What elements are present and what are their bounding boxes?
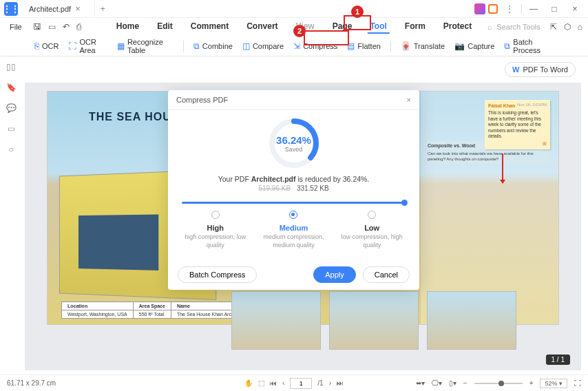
cancel-button[interactable]: Cancel [363,266,410,283]
dialog-title: Compress PDF [176,96,228,104]
next-page-icon[interactable]: › [329,379,331,387]
document-heading: THE SEA HOUS [89,111,179,123]
close-tab-icon[interactable]: × [75,3,81,14]
page-number-input[interactable] [290,378,312,389]
attachments-icon[interactable]: ▭ [8,124,15,134]
ai-badge-icon[interactable] [474,3,485,14]
radio-high[interactable] [211,211,220,219]
more-icon[interactable]: ⋮ [501,2,518,16]
zoom-value[interactable]: 52% ▾ [540,379,567,388]
callout-box-2 [304,30,349,45]
combine-icon: ⧉ [193,41,200,51]
combine-button[interactable]: ⧉Combine [193,41,233,51]
thumbnails-icon[interactable]: ▯▯ [6,62,16,72]
layout-icon[interactable]: ▯▾ [449,379,456,387]
gauge-label: Saved [285,146,303,153]
pdf-to-word-button[interactable]: W PDF To Word [505,62,576,77]
menu-protect[interactable]: Protect [441,20,474,34]
menu-form[interactable]: Form [402,20,428,34]
compress-icon: ⇲ [293,41,300,51]
thumbnail[interactable] [329,291,419,350]
side-rail: ▯▯ 🔖 💬 ▭ ○ [0,56,22,154]
last-page-icon[interactable]: ⏭ [337,379,344,387]
batch-process-button[interactable]: ⧉Batch Process [504,38,554,54]
compress-dialog: Compress PDF × 36.24% Saved Your PDF Arc… [168,90,419,290]
size-comparison: 519.96 KB 331.52 KB [168,184,419,192]
minimize-icon[interactable]: — [525,2,543,16]
ocr-button[interactable]: ⎘OCR [34,41,59,51]
quality-high[interactable]: High high compression, low quality [177,211,255,249]
print-icon[interactable]: ⎙ [76,22,81,32]
apply-button[interactable]: Apply [313,266,356,283]
menu-edit[interactable]: Edit [154,20,176,34]
comments-icon[interactable]: 💬 [6,103,17,113]
search-placeholder: Search Tools [496,23,540,31]
open-icon[interactable]: ▭ [48,22,56,32]
batch-compress-button[interactable]: Batch Compress [178,266,257,283]
cloud-icon[interactable]: ⬡ [564,22,571,32]
sticky-author: Faisal Khan [488,103,515,108]
titlebar: ⋮⋮ Architect.pdf × + ⋮ — □ × [0,0,588,18]
page-indicator: 1 / 1 [546,355,570,365]
tab-title: Architect.pdf [29,5,71,13]
menu-convert[interactable]: Convert [244,20,280,34]
new-size: 331.52 KB [297,184,329,192]
radio-low[interactable] [368,211,376,219]
file-menu[interactable]: File [6,21,26,32]
zoom-slider[interactable] [474,383,523,384]
thumbnail[interactable] [231,291,321,350]
zoom-in-icon[interactable]: + [529,379,534,387]
flatten-button[interactable]: ▤Flatten [347,41,381,51]
annotation-arrow [502,154,503,181]
page-total: /1 [317,379,323,387]
capture-button[interactable]: 📷Capture [454,41,494,51]
gauge-percent: 36.24% [276,134,311,146]
undo-icon[interactable]: ↶ [63,22,70,32]
quality-low[interactable]: Low low compression, high quality [333,211,411,249]
menu-home[interactable]: Home [114,20,142,34]
reduction-text: Your PDF Architect.pdf is reduced by 36.… [168,175,419,183]
progress-bar [182,202,406,204]
prev-page-icon[interactable]: ‹ [282,379,284,387]
bookmarks-icon[interactable]: 🔖 [6,83,17,92]
share-icon[interactable]: ⇱ [550,22,557,32]
radio-medium[interactable] [289,211,297,219]
fit-width-icon[interactable]: ⬌▾ [416,379,425,387]
quality-medium[interactable]: Medium medium compression, medium qualit… [255,211,333,249]
capture-icon: 📷 [454,41,465,51]
batch-icon: ⧉ [504,41,510,51]
compression-gauge: 36.24% Saved [266,116,322,171]
compare-button[interactable]: ◫Compare [242,41,284,51]
close-window-icon[interactable]: × [566,2,584,16]
thumbnail[interactable] [427,291,516,350]
add-tab-icon[interactable]: + [95,4,111,14]
save-icon[interactable]: 🖫 [33,22,41,32]
notification-icon[interactable] [488,4,498,14]
word-icon: W [512,65,519,74]
menu-comment[interactable]: Comment [188,20,231,34]
hand-tool-icon[interactable]: ✋ [244,379,253,387]
dialog-close-icon[interactable]: × [407,96,411,104]
maximize-icon[interactable]: □ [545,2,563,16]
search-icon: ⌕ [487,23,492,31]
table-icon: ▦ [117,41,125,51]
document-tab[interactable]: Architect.pdf × [22,1,95,17]
first-page-icon[interactable]: ⏮ [270,379,277,387]
zoom-out-icon[interactable]: − [463,379,468,387]
ocr-area-button[interactable]: ⛶OCR Area [68,38,107,54]
sticky-body: This is looking great, let's have a furt… [488,110,547,139]
select-tool-icon[interactable]: ⬚ [258,379,264,387]
sticky-expand-icon[interactable]: ⊞ [488,141,547,147]
separator [183,41,184,52]
recognize-table-button[interactable]: ▦Recognize Table [117,38,174,54]
search-panel-icon[interactable]: ○ [8,145,13,154]
home-icon[interactable]: ⌂ [578,22,582,32]
fullscreen-icon[interactable]: ⛶ [574,379,581,387]
ocr-area-icon: ⛶ [68,41,76,51]
search-tools[interactable]: ⌕ Search Tools [487,23,540,31]
ocr-icon: ⎘ [34,41,39,51]
sticky-note[interactable]: Faisal Khan Nov 16, 2:01PM This is looki… [485,100,550,149]
translate-button[interactable]: 🀄Translate [401,41,445,51]
statusbar: 61.71 x 29.7 cm ✋ ⬚ ⏮ ‹ /1 › ⏭ ⬌▾ 🖵▾ ▯▾ … [0,374,588,391]
view-mode-icon[interactable]: 🖵▾ [432,379,442,387]
